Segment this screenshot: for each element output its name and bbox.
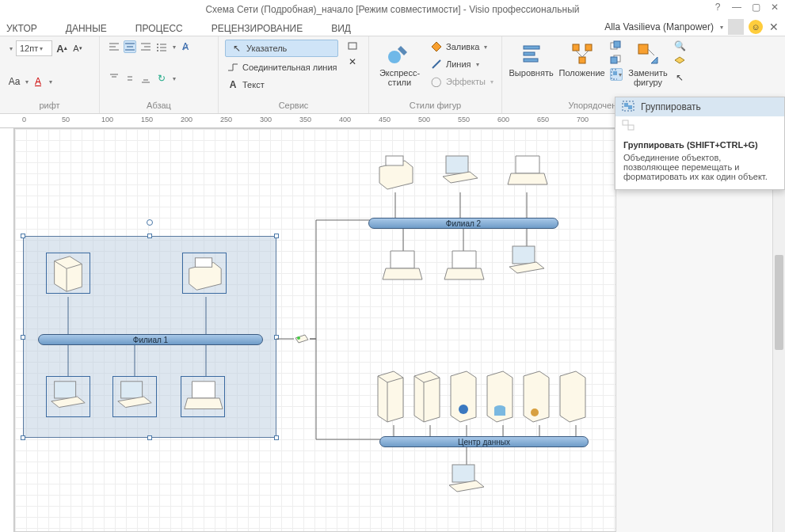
change-shape-button[interactable]: Заменить фигуру	[627, 40, 669, 89]
restore-icon[interactable]: ▢	[750, 2, 761, 13]
bar-branch2[interactable]: Филиал 2	[368, 218, 558, 229]
tab-data[interactable]: ДАННЫЕ	[63, 21, 110, 36]
change-case-caret-icon[interactable]: ▾	[25, 78, 29, 86]
align-button[interactable]: Выровнять	[509, 40, 554, 79]
ungroup-menu-item[interactable]	[615, 116, 784, 135]
resize-handle[interactable]	[274, 335, 279, 340]
help-icon[interactable]: ?	[712, 2, 723, 13]
position-button[interactable]: Положение	[558, 40, 605, 79]
avatar[interactable]	[728, 19, 744, 35]
resize-handle[interactable]	[274, 435, 279, 440]
freeform-tool-icon[interactable]: ✕	[346, 55, 359, 68]
effects-button[interactable]: ◯ Эффекты▾	[429, 74, 495, 89]
font-size-combo[interactable]: 12пт ▾	[16, 40, 52, 56]
svg-rect-50	[195, 258, 211, 268]
svg-line-29	[576, 51, 582, 57]
resize-handle[interactable]	[274, 234, 279, 238]
shrink-font-icon[interactable]: A▾	[71, 42, 84, 55]
text-tool[interactable]: A Текст	[225, 78, 338, 92]
bullets-caret-icon[interactable]: ▾	[173, 44, 176, 51]
find-icon[interactable]: 🔍	[673, 40, 686, 52]
pointer-tool[interactable]: ↖ Указатель	[225, 40, 338, 57]
font-family-caret-icon[interactable]: ▾	[10, 45, 13, 52]
svg-rect-68	[446, 156, 468, 173]
align-center-icon[interactable]	[124, 40, 136, 53]
quick-styles-button[interactable]: Экспресс- стили	[375, 40, 424, 89]
shape-pc1[interactable]	[46, 376, 90, 417]
shape-pc-dc[interactable]	[444, 460, 489, 501]
shape-server-dc-6[interactable]	[555, 368, 590, 425]
scroll-thumb[interactable]	[775, 255, 783, 350]
svg-rect-24	[524, 52, 535, 55]
line-button[interactable]: Линия▾	[429, 57, 495, 71]
minimize-icon[interactable]: —	[731, 2, 742, 13]
resize-handle[interactable]	[21, 234, 25, 238]
group-font-label: рифт	[6, 99, 93, 112]
rotate-text-icon[interactable]: ↻	[155, 72, 168, 85]
shape-server-dc-5[interactable]	[519, 368, 554, 425]
rectangle-tool-icon[interactable]	[346, 40, 359, 52]
shape-server[interactable]	[46, 253, 90, 294]
group-shape-styles-label: Стили фигур	[375, 99, 495, 112]
shape-pc-b2-1[interactable]	[438, 151, 482, 192]
connector-tool[interactable]: Соединительная линия	[225, 60, 338, 74]
tab-review[interactable]: РЕЦЕНЗИРОВАНИЕ	[208, 21, 306, 36]
pane-close-icon[interactable]: ✕	[768, 21, 780, 33]
shape-server-dc-1[interactable]	[373, 368, 408, 425]
clear-format-icon[interactable]: A̷	[179, 40, 192, 53]
change-case-icon[interactable]: Aa	[8, 75, 21, 88]
valign-top-icon[interactable]	[108, 72, 120, 85]
shape-router[interactable]	[292, 330, 311, 349]
resize-handle[interactable]	[147, 435, 152, 440]
valign-mid-icon[interactable]	[124, 72, 136, 85]
font-color-caret-icon[interactable]: ▾	[49, 78, 52, 86]
group-menu-item[interactable]: Группировать	[615, 97, 784, 116]
bar-branch1[interactable]: Филиал 1	[38, 334, 263, 345]
bring-front-icon[interactable]	[610, 40, 623, 52]
valign-bot-icon[interactable]	[139, 72, 152, 85]
tab-view[interactable]: ВИД	[328, 21, 354, 36]
shape-laptop-b2-2[interactable]	[379, 246, 424, 287]
shape-server-dc-4[interactable]	[482, 368, 517, 425]
ruler-tick: 350	[299, 116, 311, 124]
rotate-caret-icon[interactable]: ▾	[173, 75, 176, 82]
drawing-canvas[interactable]: Филиал 1	[14, 128, 616, 532]
grow-font-icon[interactable]: A▴	[55, 42, 68, 55]
layers-icon[interactable]	[673, 55, 686, 68]
tab-constructor[interactable]: УКТОР	[3, 21, 40, 36]
tooltip-title: Группировать (SHIFT+CTRL+G)	[623, 140, 776, 150]
send-back-icon[interactable]	[610, 54, 623, 66]
align-left-icon[interactable]	[108, 40, 120, 53]
shape-server-dc-2[interactable]	[410, 368, 444, 425]
ruler-tick: 500	[418, 116, 430, 124]
font-color-icon[interactable]: A	[32, 75, 44, 88]
shape-pc-b2-2[interactable]	[505, 241, 549, 283]
group-button[interactable]: ▾	[610, 68, 623, 81]
ruler-tick: 450	[379, 116, 391, 124]
ungroup-icon	[622, 120, 634, 132]
svg-marker-39	[651, 57, 657, 63]
shape-server-dc-3[interactable]	[446, 368, 481, 425]
rotate-handle[interactable]	[147, 219, 153, 226]
resize-handle[interactable]	[21, 435, 25, 440]
shape-pc2[interactable]	[112, 376, 157, 417]
user-dropdown-icon[interactable]: ▾	[720, 24, 723, 31]
group-menu-label: Группировать	[641, 101, 701, 112]
feedback-icon[interactable]: ☺	[749, 20, 763, 34]
shape-laptop1[interactable]	[181, 376, 225, 417]
shape-laptop-b2-3[interactable]	[441, 246, 486, 287]
close-icon[interactable]: ✕	[769, 2, 780, 13]
select-icon[interactable]: ↖	[673, 71, 686, 84]
bullets-icon[interactable]	[155, 40, 168, 53]
selection-group-branch1[interactable]: Филиал 1	[23, 236, 276, 438]
user-name[interactable]: Alla Vasilieva (Manpower)	[604, 21, 714, 32]
resize-handle[interactable]	[21, 335, 25, 340]
bar-datacenter[interactable]: Центр данных	[379, 436, 589, 447]
align-right-icon[interactable]	[139, 40, 152, 53]
shape-printer-b2[interactable]	[373, 151, 417, 192]
fill-button[interactable]: Заливка▾	[429, 40, 495, 54]
shape-laptop-b2-1[interactable]	[505, 151, 549, 192]
resize-handle[interactable]	[147, 234, 152, 238]
shape-printer[interactable]	[182, 253, 227, 294]
tab-process[interactable]: ПРОЦЕСС	[132, 21, 186, 36]
